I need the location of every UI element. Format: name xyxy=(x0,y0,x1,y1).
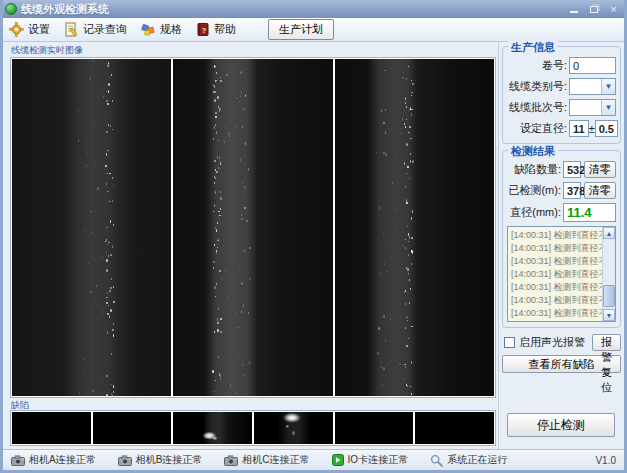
restore-button[interactable] xyxy=(585,3,602,16)
production-info-title: 生产信息 xyxy=(508,40,558,55)
production-plan-button[interactable]: 生产计划 xyxy=(268,19,334,40)
toolbar-help-label: 帮助 xyxy=(214,22,236,37)
chevron-down-icon[interactable]: ▼ xyxy=(601,79,615,94)
toolbar-record-query[interactable]: 记录查询 xyxy=(64,22,127,37)
toolbar-help[interactable]: ? 帮助 xyxy=(196,22,236,37)
status-system-running: 系统正在运行 xyxy=(430,453,507,467)
defect-thumbnail-strip xyxy=(10,410,496,446)
settings-icon xyxy=(9,22,24,37)
live-view-section: 线缆检测实时图像 缺陷 xyxy=(7,42,498,449)
camera-b-image xyxy=(173,59,332,396)
log-line: [14:00:31] 检测到直径不合格 xyxy=(511,229,600,242)
control-panel: 生产信息 卷号: 0 线缆类别号: ▼ 线缆批次号: ▼ xyxy=(498,42,624,449)
defect-thumbnail[interactable] xyxy=(335,412,414,444)
defect-thumbnail[interactable] xyxy=(415,412,494,444)
live-image-label: 线缆检测实时图像 xyxy=(11,44,83,57)
version-label: V1.0 xyxy=(595,455,616,466)
alarm-checkbox[interactable] xyxy=(504,337,515,348)
diameter-value: 11.4 xyxy=(563,203,616,222)
detection-results-title: 检测结果 xyxy=(508,144,558,159)
measured-length-label: 已检测(m): xyxy=(507,183,563,198)
scrollbar-thumb[interactable] xyxy=(603,285,615,307)
defect-count-label: 缺陷数量: xyxy=(507,162,563,177)
minimize-button[interactable] xyxy=(565,3,582,16)
close-button[interactable]: × xyxy=(605,3,622,16)
help-icon: ? xyxy=(196,22,210,37)
defect-thumbnail[interactable] xyxy=(12,412,91,444)
toolbar-settings-label: 设置 xyxy=(28,22,50,37)
log-line: [14:00:31] 检测到直径不合格 xyxy=(511,242,600,255)
status-io-card: IO卡连接正常 xyxy=(332,453,409,467)
chevron-down-icon[interactable]: ▼ xyxy=(601,100,615,115)
alarm-checkbox-label: 启用声光报警 xyxy=(519,335,585,350)
defect-thumbnail[interactable] xyxy=(93,412,172,444)
log-line: [14:00:31] 检测到直径不合格 xyxy=(511,268,600,281)
set-diameter-input[interactable]: 11 xyxy=(569,120,589,137)
app-icon xyxy=(5,3,17,15)
camera-icon xyxy=(224,455,238,466)
status-camera-a: 相机A连接正常 xyxy=(11,453,96,467)
camera-c-image xyxy=(335,59,494,396)
status-camera-b: 相机B连接正常 xyxy=(118,453,203,467)
app-window: 线缆外观检测系统 × 设置 xyxy=(0,0,627,473)
roll-number-input[interactable]: 0 xyxy=(569,57,616,74)
scroll-down-icon[interactable]: ▼ xyxy=(603,309,615,321)
clear-measured-button[interactable]: 清零 xyxy=(584,182,616,199)
log-line: [14:00:31] 检测到直径不合格 xyxy=(511,281,600,294)
io-card-icon xyxy=(332,454,344,466)
detection-log-list[interactable]: [14:00:31] 检测到直径不合格 [14:00:31] 检测到直径不合格 … xyxy=(507,226,616,322)
log-line: [14:00:31] 检测到直径不合格 xyxy=(511,294,600,307)
window-title: 线缆外观检测系统 xyxy=(21,2,562,17)
stop-detection-button[interactable]: 停止检测 xyxy=(507,413,615,437)
alarm-reset-button[interactable]: 报警复位 xyxy=(592,334,621,351)
cable-batch-label: 线缆批次号: xyxy=(507,100,569,115)
defect-thumbnail[interactable] xyxy=(173,412,252,444)
camera-icon xyxy=(118,455,132,466)
roll-number-label: 卷号: xyxy=(507,58,569,73)
toolbar-spec-label: 规格 xyxy=(160,22,182,37)
tolerance-input[interactable]: 0.5 xyxy=(595,120,618,137)
svg-text:?: ? xyxy=(202,26,207,35)
toolbar: 设置 记录查询 规格 xyxy=(3,18,624,42)
log-line: [14:00:31] 检测到直径不合格 xyxy=(511,255,600,268)
camera-icon xyxy=(11,455,25,466)
camera-image-panel xyxy=(10,57,496,398)
cable-type-combo[interactable]: ▼ xyxy=(569,78,616,95)
production-info-group: 生产信息 卷号: 0 线缆类别号: ▼ 线缆批次号: ▼ xyxy=(502,46,621,144)
spec-icon xyxy=(141,22,156,37)
diameter-label: 直径(mm): xyxy=(507,205,563,220)
measured-length-value: 3783.3 xyxy=(563,182,581,199)
titlebar: 线缆外观检测系统 × xyxy=(0,0,627,18)
log-scrollbar[interactable]: ▲ ▼ xyxy=(602,227,615,321)
magnifier-icon xyxy=(430,454,443,467)
toolbar-spec[interactable]: 规格 xyxy=(141,22,182,37)
main-area: 线缆检测实时图像 缺陷 生产信息 卷号: xyxy=(3,42,624,449)
cable-type-label: 线缆类别号: xyxy=(507,79,569,94)
scroll-up-icon[interactable]: ▲ xyxy=(603,227,615,239)
detection-results-group: 检测结果 缺陷数量: 53209 清零 已检测(m): 3783.3 清零 直径… xyxy=(502,150,621,328)
status-camera-c: 相机C连接正常 xyxy=(224,453,309,467)
set-diameter-label: 设定直径: xyxy=(507,121,569,136)
toolbar-settings[interactable]: 设置 xyxy=(9,22,50,37)
log-line: [14:00:31] 检测到直径不合格 xyxy=(511,307,600,320)
record-query-icon xyxy=(64,22,79,37)
defect-count-value: 53209 xyxy=(563,161,581,178)
cable-batch-combo[interactable]: ▼ xyxy=(569,99,616,116)
statusbar: 相机A连接正常 相机B连接正常 xyxy=(3,449,624,470)
toolbar-record-query-label: 记录查询 xyxy=(83,22,127,37)
defect-thumbnail[interactable] xyxy=(254,412,333,444)
clear-defect-count-button[interactable]: 清零 xyxy=(584,161,616,178)
camera-a-image xyxy=(12,59,171,396)
